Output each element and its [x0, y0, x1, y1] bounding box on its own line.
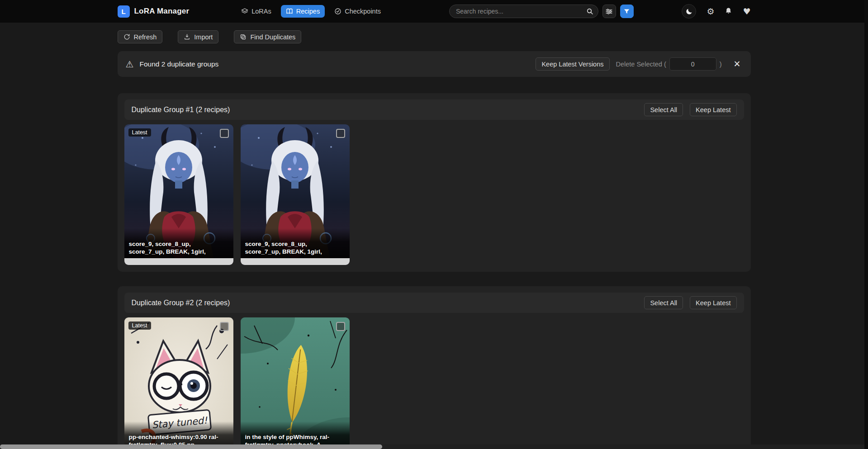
funnel-filter-button[interactable]	[620, 5, 634, 18]
checkpoint-icon	[334, 8, 342, 15]
delete-selected-control: Delete Selected ( )	[616, 57, 722, 71]
select-all-label: Select All	[650, 106, 677, 113]
heart-icon[interactable]: ♥	[743, 7, 750, 16]
find-duplicates-label: Find Duplicates	[250, 33, 295, 41]
keep-latest-versions-button[interactable]: Keep Latest Versions	[536, 57, 609, 71]
card-checkbox[interactable]	[336, 129, 345, 138]
nav-tabs: LoRAs Recipes Checkpoints	[236, 5, 386, 18]
recipe-card[interactable]: Stay tuned! Latest pp-enchanted-whimsy:0…	[124, 317, 233, 449]
import-label: Import	[194, 33, 213, 41]
main-content: Refresh Import Find Duplicates ⚠ Found 2…	[118, 30, 751, 449]
group-title: Duplicate Group #2 (2 recipes)	[132, 299, 230, 307]
latest-badge: Latest	[128, 128, 151, 137]
keep-latest-versions-label: Keep Latest Versions	[541, 61, 603, 68]
refresh-label: Refresh	[134, 33, 157, 41]
funnel-icon	[623, 8, 630, 15]
theme-toggle-button[interactable]	[682, 4, 696, 19]
group-1-header: Duplicate Group #1 (2 recipes) Select Al…	[124, 99, 744, 120]
group-2-header: Duplicate Group #2 (2 recipes) Select Al…	[124, 293, 744, 313]
sliders-filter-button[interactable]	[602, 5, 616, 18]
search	[449, 5, 598, 18]
import-button[interactable]: Import	[178, 30, 218, 43]
find-duplicates-button[interactable]: Find Duplicates	[234, 30, 301, 43]
tab-label: Checkpoints	[345, 8, 381, 15]
delete-selected-suffix: )	[720, 61, 722, 68]
tab-checkpoints[interactable]: Checkpoints	[329, 5, 386, 18]
horizontal-scrollbar-thumb[interactable]	[0, 444, 382, 449]
card-checkbox[interactable]	[220, 322, 229, 331]
delete-count-input[interactable]	[669, 57, 716, 71]
duplicates-icon	[240, 33, 247, 40]
app-root: L LoRA Manager LoRAs Recipes	[0, 0, 868, 449]
card-caption-text: score_9, score_8_up, score_7_up, BREAK, …	[129, 240, 220, 255]
horizontal-scrollbar[interactable]	[0, 444, 864, 449]
gear-icon[interactable]: ⚙	[707, 7, 714, 16]
bell-icon[interactable]	[725, 6, 732, 16]
recipe-card[interactable]: Latest score_9, score_8_up, score_7_up, …	[124, 124, 233, 265]
close-alert-button[interactable]: ✕	[732, 60, 743, 68]
group-2-cards: Stay tuned! Latest pp-enchanted-whimsy:0…	[124, 317, 744, 449]
duplicate-group-2: Duplicate Group #2 (2 recipes) Select Al…	[118, 286, 751, 449]
toolbar: Refresh Import Find Duplicates	[118, 30, 751, 43]
tab-label: Recipes	[296, 8, 320, 15]
search-input[interactable]	[449, 5, 598, 18]
group-1-cards: Latest score_9, score_8_up, score_7_up, …	[124, 124, 744, 265]
group-1-actions: Select All Keep Latest	[644, 103, 736, 116]
delete-selected-prefix: Delete Selected (	[616, 61, 666, 68]
tab-recipes[interactable]: Recipes	[281, 5, 325, 18]
duplicate-group-1: Duplicate Group #1 (2 recipes) Select Al…	[118, 93, 751, 272]
top-nav: L LoRA Manager LoRAs Recipes	[0, 0, 868, 23]
keep-latest-label: Keep Latest	[696, 106, 730, 113]
sliders-icon	[605, 8, 613, 15]
layers-icon	[241, 8, 248, 15]
app-title: LoRA Manager	[134, 7, 190, 16]
moon-icon	[685, 8, 693, 15]
nav-inner: L LoRA Manager LoRAs Recipes	[118, 0, 751, 23]
refresh-button[interactable]: Refresh	[118, 30, 163, 43]
group-2-actions: Select All Keep Latest	[644, 296, 736, 309]
keep-latest-button[interactable]: Keep Latest	[690, 296, 736, 309]
vertical-scrollbar[interactable]	[864, 0, 868, 449]
duplicates-alert-banner: ⚠ Found 2 duplicate groups Keep Latest V…	[118, 51, 751, 77]
select-all-label: Select All	[650, 299, 677, 307]
card-checkbox[interactable]	[336, 322, 345, 331]
app-logo-icon: L	[118, 5, 130, 18]
card-caption: score_9, score_8_up, score_7_up, BREAK, …	[124, 228, 233, 258]
alert-message: Found 2 duplicate groups	[139, 60, 218, 68]
card-footer	[241, 258, 350, 265]
keep-latest-button[interactable]: Keep Latest	[690, 103, 736, 116]
recipe-card[interactable]: in the style of ppWhimsy, ral-frctlgmtry…	[241, 317, 350, 449]
keep-latest-label: Keep Latest	[696, 299, 730, 307]
warning-icon: ⚠	[126, 60, 134, 69]
group-title: Duplicate Group #1 (2 recipes)	[132, 106, 230, 114]
search-icon	[586, 8, 593, 15]
import-icon	[184, 33, 190, 40]
book-icon	[286, 8, 293, 15]
latest-badge: Latest	[128, 321, 151, 330]
alert-actions: Keep Latest Versions Delete Selected ( )…	[536, 57, 742, 71]
card-checkbox[interactable]	[220, 129, 229, 138]
refresh-icon	[123, 33, 130, 40]
brand: L LoRA Manager	[118, 5, 190, 18]
card-caption: score_9, score_8_up, score_7_up, BREAK, …	[241, 228, 350, 258]
card-footer	[124, 258, 233, 265]
tab-loras[interactable]: LoRAs	[236, 5, 276, 18]
card-caption-text: score_9, score_8_up, score_7_up, BREAK, …	[245, 240, 336, 255]
select-all-button[interactable]: Select All	[644, 296, 683, 309]
select-all-button[interactable]: Select All	[644, 103, 683, 116]
nav-right-actions: ⚙ ♥	[682, 4, 750, 19]
recipe-card[interactable]: score_9, score_8_up, score_7_up, BREAK, …	[241, 124, 350, 265]
tab-label: LoRAs	[251, 8, 271, 15]
